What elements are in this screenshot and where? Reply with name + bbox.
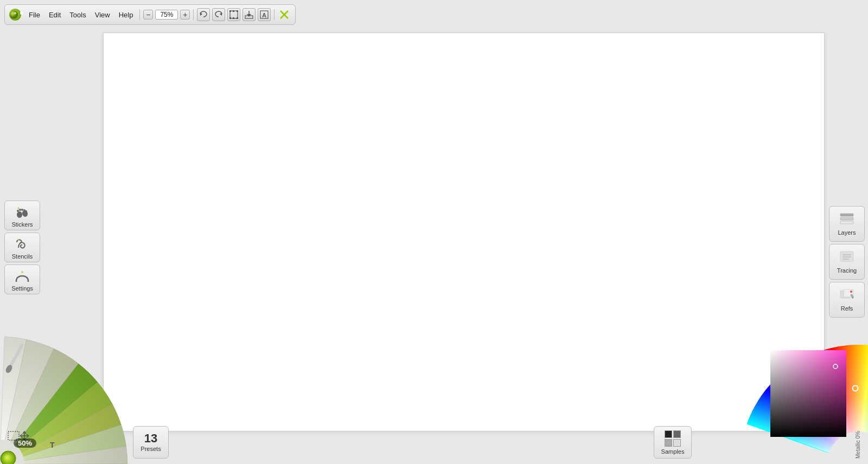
samples-label: Samples — [661, 448, 685, 455]
svg-point-18 — [17, 211, 22, 218]
stencils-icon — [14, 236, 31, 252]
layers-tab[interactable]: Layers — [829, 206, 865, 242]
svg-point-32 — [22, 272, 22, 272]
svg-rect-33 — [840, 214, 853, 216]
svg-rect-34 — [840, 217, 853, 220]
zoom-in-button[interactable]: + — [180, 10, 190, 20]
close-icon — [279, 10, 289, 20]
svg-point-21 — [19, 209, 21, 211]
svg-rect-10 — [233, 17, 234, 19]
sample-mid — [673, 430, 681, 438]
presets-count: 13 — [144, 433, 157, 444]
left-panel: Stickers Stencils Setting — [4, 201, 43, 294]
svg-marker-3 — [220, 12, 222, 16]
samples-grid — [665, 430, 681, 447]
svg-point-26 — [18, 208, 18, 208]
svg-text:A: A — [262, 12, 266, 18]
right-panel: Layers Tracing Refs — [829, 206, 868, 318]
main-toolbar: File Edit Tools View Help − 75% + — [4, 4, 296, 25]
close-button[interactable] — [278, 8, 291, 21]
menu-view[interactable]: View — [92, 10, 113, 20]
samples-button[interactable]: Samples — [654, 426, 692, 459]
undo-button[interactable] — [197, 8, 210, 21]
toolbar-separator-3 — [274, 9, 275, 20]
refs-icon — [839, 288, 854, 303]
svg-marker-2 — [200, 12, 202, 16]
export-icon — [245, 10, 253, 19]
color-wheel[interactable] — [694, 323, 868, 464]
sample-light — [665, 439, 672, 447]
stencils-button[interactable]: Stencils — [4, 233, 40, 262]
text-icon: A — [260, 10, 269, 19]
svg-rect-4 — [230, 11, 238, 18]
zoom-out-button[interactable]: − — [143, 10, 153, 20]
svg-rect-6 — [237, 10, 238, 12]
tracing-label: Tracing — [837, 267, 857, 274]
tracing-tab[interactable]: Tracing — [829, 244, 865, 280]
menu-help[interactable]: Help — [116, 10, 137, 20]
svg-point-45 — [851, 291, 852, 292]
tracing-icon — [839, 250, 854, 265]
zoom-level-display: 75% — [155, 10, 178, 20]
stickers-button[interactable]: Stickers — [4, 201, 40, 230]
presets-button[interactable]: 13 Presets — [133, 426, 169, 459]
svg-rect-9 — [233, 10, 234, 12]
layers-icon — [839, 212, 854, 227]
undo-icon — [199, 11, 208, 18]
svg-point-1 — [14, 12, 16, 14]
transform-button[interactable] — [227, 8, 240, 21]
text-button[interactable]: A — [258, 8, 271, 21]
stickers-icon — [14, 204, 31, 220]
svg-rect-7 — [229, 17, 231, 19]
menu-tools[interactable]: Tools — [66, 10, 89, 20]
svg-rect-36 — [840, 252, 853, 261]
svg-rect-5 — [229, 10, 231, 12]
menu-edit[interactable]: Edit — [46, 10, 64, 20]
stickers-label: Stickers — [11, 221, 33, 228]
refs-label: Refs — [841, 305, 853, 312]
svg-rect-8 — [237, 17, 238, 19]
layers-label: Layers — [838, 229, 856, 236]
stencils-label: Stencils — [12, 253, 33, 260]
svg-point-0 — [10, 10, 18, 18]
refs-tab[interactable]: Refs — [829, 282, 865, 318]
settings-label: Settings — [11, 285, 33, 292]
svg-point-28 — [18, 240, 18, 240]
svg-rect-35 — [840, 221, 853, 224]
toolbar-separator-1 — [139, 9, 140, 20]
menu-file[interactable]: File — [25, 10, 43, 20]
settings-button[interactable]: Settings — [4, 265, 40, 294]
svg-point-24 — [25, 210, 27, 212]
svg-point-20 — [17, 210, 19, 212]
settings-icon — [14, 268, 31, 283]
app-logo — [9, 9, 21, 21]
presets-label: Presets — [141, 446, 161, 452]
redo-icon — [214, 11, 223, 18]
transform-icon — [229, 10, 238, 19]
export-button[interactable] — [242, 8, 256, 21]
toolbar-separator-2 — [193, 9, 194, 20]
zoom-bottom-display: 50% — [14, 439, 36, 448]
svg-point-22 — [21, 209, 23, 211]
redo-button[interactable] — [212, 8, 225, 21]
sample-dark — [665, 430, 672, 438]
sample-white — [673, 439, 681, 447]
